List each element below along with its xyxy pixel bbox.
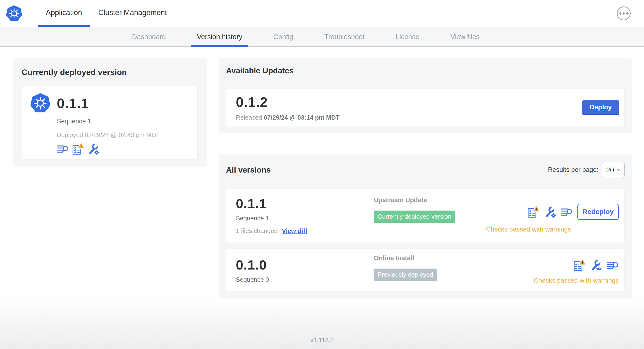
current-version-deployed-date: Deployed 07/29/24 @ 02:43 pm MDT [57,131,189,139]
current-version-sequence: Sequence 1 [57,118,189,125]
preflight-checks-warning-icon[interactable] [72,143,84,155]
tab-dashboard[interactable]: Dashboard [126,27,172,46]
row-source-label: Online Install [374,254,534,262]
tab-application[interactable]: Application [38,0,90,27]
results-per-page-label: Results per page: [548,166,598,174]
update-version-number: 0.1.2 [236,94,340,110]
tab-troubleshoot[interactable]: Troubleshoot [318,27,370,46]
results-per-page-value: 20 [606,166,614,174]
tab-license[interactable]: License [390,27,425,46]
row-version-number: 0.1.1 [236,197,374,210]
redeploy-button[interactable]: Redeploy [578,204,619,220]
current-version-actions [57,143,189,155]
kubernetes-app-icon [30,93,50,114]
deploy-button[interactable]: Deploy [582,100,619,115]
config-wrench-gear-icon[interactable] [87,143,99,155]
previously-deployed-badge: Previously deployed [374,268,437,281]
tab-version-history[interactable]: Version history [191,27,248,46]
current-version-number: 0.1.1 [57,95,89,111]
row-sequence: Sequence 1 [236,214,374,222]
logs-icon[interactable] [561,206,573,218]
version-row-0-1-1: 0.1.1 Sequence 1 1 files changed View di… [226,188,625,243]
released-date: 07/29/24 @ 03:14 pm MDT [264,114,340,121]
tab-view-files[interactable]: View files [444,27,486,46]
available-update-row: 0.1.2 Released 07/29/24 @ 03:14 pm MDT D… [226,88,625,127]
logs-icon[interactable] [57,143,69,155]
row-source-label: Upstream Update [374,196,486,204]
version-row-0-1-0: 0.1.0 Sequence 0 Online Install Previous… [226,248,625,292]
currently-deployed-title: Currently deployed version [22,68,198,77]
app-logo [0,0,30,27]
row-version-number: 0.1.0 [236,258,374,272]
app-subnav: Dashboard Version history Config Trouble… [0,27,644,47]
console-version-label: v1.112.1 [310,336,334,346]
results-per-page-select[interactable]: 20 [602,162,625,178]
row-sequence: Sequence 0 [236,276,374,283]
app-header: Application Cluster Management [0,0,644,27]
config-wrench-eye-icon[interactable] [590,259,602,271]
available-updates-card: Available Updates 0.1.2 Released 07/29/2… [219,58,632,133]
config-wrench-gear-icon[interactable] [544,206,556,218]
files-changed-label: 1 files changed [236,227,278,235]
chevron-down-icon [616,167,621,172]
tab-cluster-management[interactable]: Cluster Management [90,0,175,27]
all-versions-title: All versions [226,166,271,174]
tab-config[interactable]: Config [267,27,299,46]
currently-deployed-card: Currently deployed version 0.1.1 Sequenc… [13,58,207,167]
header-tabs: Application Cluster Management [38,0,175,27]
checks-status-text: Checks passed with warnings [486,226,571,233]
currently-deployed-badge: Currently deployed version [374,210,455,223]
results-per-page: Results per page: 20 [548,162,625,178]
ellipsis-icon [623,12,625,14]
currently-deployed-detail: 0.1.1 Sequence 1 Deployed 07/29/24 @ 02:… [22,86,198,160]
page-footer: v1.112.1 [0,299,644,349]
update-released-date: Released 07/29/24 @ 03:14 pm MDT [236,114,340,121]
available-updates-title: Available Updates [226,66,625,75]
view-diff-link[interactable]: View diff [282,227,307,235]
all-versions-card: All versions Results per page: 20 0.1.1 … [219,154,632,299]
logs-icon[interactable] [607,259,619,271]
released-label: Released [236,114,262,121]
ellipsis-icon [626,12,628,14]
kubernetes-logo-icon [6,5,22,22]
version-history-page: Application Cluster Management Dashboard… [0,0,644,349]
checks-status-text: Checks passed with warnings [534,277,619,284]
overflow-menu-button[interactable] [617,6,631,20]
preflight-checks-warning-icon[interactable] [573,259,585,271]
ellipsis-icon [619,12,621,14]
preflight-checks-warning-icon[interactable] [527,206,539,218]
